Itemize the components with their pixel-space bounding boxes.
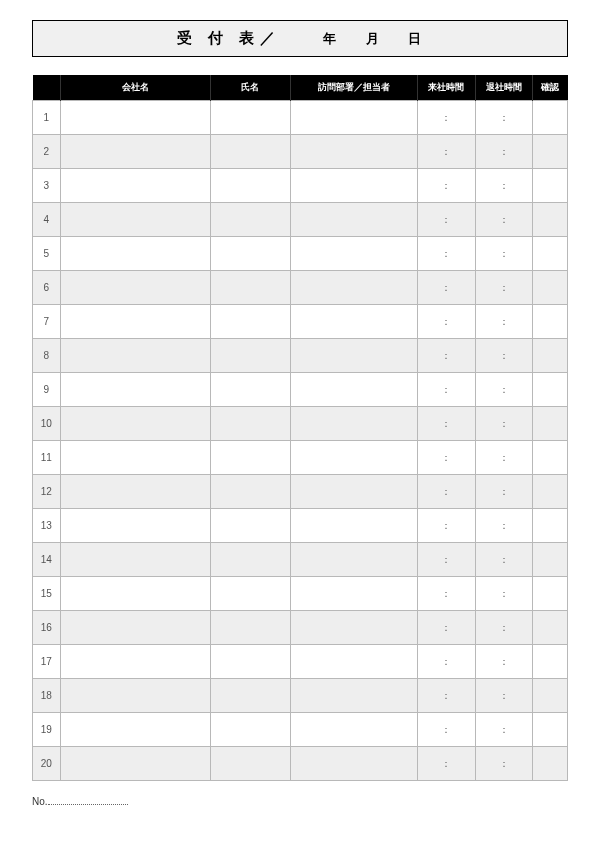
cell-department	[291, 475, 418, 509]
cell-check	[533, 577, 568, 611]
table-row: 20：：	[33, 747, 568, 781]
cell-check	[533, 509, 568, 543]
cell-num: 12	[33, 475, 61, 509]
cell-arrive: ：	[418, 475, 476, 509]
cell-company	[60, 169, 210, 203]
cell-leave: ：	[475, 577, 533, 611]
cell-department	[291, 135, 418, 169]
cell-leave: ：	[475, 475, 533, 509]
header-num	[33, 75, 61, 101]
header-arrive: 来社時間	[418, 75, 476, 101]
cell-arrive: ：	[418, 169, 476, 203]
cell-leave: ：	[475, 305, 533, 339]
cell-leave: ：	[475, 611, 533, 645]
cell-check	[533, 101, 568, 135]
cell-department	[291, 101, 418, 135]
cell-company	[60, 237, 210, 271]
cell-leave: ：	[475, 713, 533, 747]
cell-leave: ：	[475, 645, 533, 679]
cell-check	[533, 271, 568, 305]
table-row: 9：：	[33, 373, 568, 407]
table-header-row: 会社名 氏名 訪問部署／担当者 来社時間 退社時間 確認	[33, 75, 568, 101]
cell-arrive: ：	[418, 339, 476, 373]
cell-department	[291, 407, 418, 441]
cell-leave: ：	[475, 373, 533, 407]
header-check: 確認	[533, 75, 568, 101]
cell-name	[210, 203, 291, 237]
table-row: 19：：	[33, 713, 568, 747]
cell-department	[291, 305, 418, 339]
cell-name	[210, 339, 291, 373]
cell-company	[60, 101, 210, 135]
cell-company	[60, 135, 210, 169]
cell-check	[533, 339, 568, 373]
footer-no-label: No.	[32, 796, 48, 807]
table-row: 12：：	[33, 475, 568, 509]
header-leave: 退社時間	[475, 75, 533, 101]
cell-arrive: ：	[418, 543, 476, 577]
cell-company	[60, 339, 210, 373]
table-row: 8：：	[33, 339, 568, 373]
cell-name	[210, 135, 291, 169]
cell-arrive: ：	[418, 441, 476, 475]
cell-arrive: ：	[418, 271, 476, 305]
cell-num: 11	[33, 441, 61, 475]
cell-company	[60, 577, 210, 611]
table-row: 6：：	[33, 271, 568, 305]
table-row: 10：：	[33, 407, 568, 441]
cell-arrive: ：	[418, 373, 476, 407]
cell-check	[533, 407, 568, 441]
cell-company	[60, 713, 210, 747]
cell-check	[533, 203, 568, 237]
cell-name	[210, 747, 291, 781]
header-department: 訪問部署／担当者	[291, 75, 418, 101]
cell-leave: ：	[475, 441, 533, 475]
cell-company	[60, 407, 210, 441]
cell-arrive: ：	[418, 305, 476, 339]
cell-department	[291, 747, 418, 781]
cell-company	[60, 611, 210, 645]
cell-num: 18	[33, 679, 61, 713]
cell-name	[210, 271, 291, 305]
cell-leave: ：	[475, 169, 533, 203]
cell-arrive: ：	[418, 101, 476, 135]
cell-leave: ：	[475, 679, 533, 713]
cell-num: 8	[33, 339, 61, 373]
cell-name	[210, 101, 291, 135]
table-row: 5：：	[33, 237, 568, 271]
cell-name	[210, 577, 291, 611]
date-month-label: 月	[351, 31, 381, 46]
cell-check	[533, 169, 568, 203]
cell-name	[210, 407, 291, 441]
cell-check	[533, 475, 568, 509]
table-row: 3：：	[33, 169, 568, 203]
cell-num: 4	[33, 203, 61, 237]
cell-num: 20	[33, 747, 61, 781]
cell-leave: ：	[475, 407, 533, 441]
cell-arrive: ：	[418, 645, 476, 679]
cell-check	[533, 237, 568, 271]
cell-name	[210, 475, 291, 509]
cell-department	[291, 645, 418, 679]
table-row: 2：：	[33, 135, 568, 169]
table-row: 15：：	[33, 577, 568, 611]
cell-num: 19	[33, 713, 61, 747]
cell-company	[60, 509, 210, 543]
cell-leave: ：	[475, 509, 533, 543]
cell-leave: ：	[475, 543, 533, 577]
cell-arrive: ：	[418, 577, 476, 611]
cell-check	[533, 747, 568, 781]
cell-num: 1	[33, 101, 61, 135]
cell-department	[291, 271, 418, 305]
cell-company	[60, 441, 210, 475]
date-day-label: 日	[393, 31, 423, 46]
cell-company	[60, 475, 210, 509]
cell-name	[210, 237, 291, 271]
cell-department	[291, 373, 418, 407]
cell-name	[210, 713, 291, 747]
cell-num: 15	[33, 577, 61, 611]
cell-arrive: ：	[418, 135, 476, 169]
cell-check	[533, 305, 568, 339]
cell-arrive: ：	[418, 679, 476, 713]
header-name: 氏名	[210, 75, 291, 101]
